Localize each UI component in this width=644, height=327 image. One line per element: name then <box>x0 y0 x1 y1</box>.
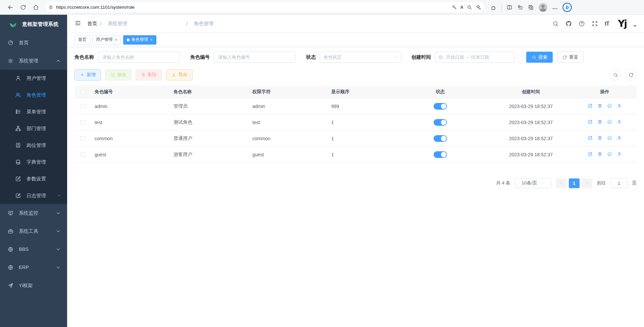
read-aloud-icon[interactable]: A <box>460 5 463 10</box>
row-edit-icon[interactable] <box>588 103 593 109</box>
total-count-label: 共 4 条 <box>496 180 510 186</box>
sidebar-item-system-tools[interactable]: 系统工具 <box>0 222 67 240</box>
fullscreen-icon[interactable] <box>592 20 598 27</box>
sidebar-item-role-management[interactable]: 角色管理 <box>0 87 67 103</box>
search-button[interactable]: 搜索 <box>526 52 553 63</box>
row-delete-icon[interactable] <box>597 103 602 109</box>
add-favorite-star-icon[interactable] <box>476 4 481 10</box>
tab-role-management[interactable]: 角色管理 × <box>123 35 157 45</box>
sidebar-item-dictionary-management[interactable]: 字典管理 <box>0 154 67 170</box>
row-assign-user-icon[interactable] <box>617 119 622 125</box>
goto-label: 前往 <box>597 180 606 186</box>
tab-user-management[interactable]: 用户管理 × <box>92 35 121 45</box>
delete-button[interactable]: 删除 <box>136 69 162 80</box>
row-permission-icon[interactable] <box>607 119 612 125</box>
chevron-right-icon <box>585 181 589 185</box>
browser-more-icon[interactable]: … <box>552 4 558 11</box>
sidebar-item-yi-framework[interactable]: Yi框架 <box>0 276 67 294</box>
sidebar-item-home[interactable]: 首页 <box>0 34 67 52</box>
status-toggle[interactable] <box>434 119 447 126</box>
row-assign-user-icon[interactable] <box>617 103 622 109</box>
sidebar-item-user-management[interactable]: 用户管理 <box>0 70 67 87</box>
row-delete-icon[interactable] <box>597 135 602 142</box>
header-search-icon[interactable] <box>552 20 559 27</box>
row-checkbox[interactable] <box>81 152 85 157</box>
goto-page-input[interactable] <box>611 178 628 188</box>
split-screen-icon[interactable] <box>506 4 512 10</box>
edit-button[interactable]: 修改 <box>105 69 132 80</box>
date-range-picker[interactable]: 开始日期 - 结束日期 <box>435 52 515 63</box>
prev-page-button[interactable] <box>556 178 567 188</box>
sidebar-item-bbs[interactable]: BBS <box>0 240 67 258</box>
sidebar-item-department-management[interactable]: 部门管理 <box>0 120 67 137</box>
row-checkbox[interactable] <box>81 136 85 141</box>
browser-back-button[interactable] <box>5 2 16 13</box>
created-time-label: 创建时间 <box>411 54 431 60</box>
help-icon[interactable] <box>579 20 585 27</box>
password-key-icon[interactable] <box>452 5 457 10</box>
sidebar-item-system-monitor[interactable]: 系统监控 <box>0 204 67 222</box>
row-delete-icon[interactable] <box>597 119 602 125</box>
extensions-icon[interactable] <box>491 4 497 10</box>
sidebar-item-label: 系统管理 <box>19 58 38 64</box>
row-delete-icon[interactable] <box>597 152 602 158</box>
github-icon[interactable] <box>565 20 572 27</box>
date-start-placeholder[interactable]: 开始日期 <box>446 54 464 60</box>
page-number-button[interactable]: 1 <box>569 178 580 188</box>
globe-icon <box>8 247 13 252</box>
cell-role-code: admin <box>91 104 170 109</box>
browser-profile-avatar[interactable] <box>539 3 547 12</box>
reset-button[interactable]: 重置 <box>557 52 584 63</box>
role-name-input[interactable] <box>98 52 180 63</box>
role-code-input[interactable] <box>214 52 295 63</box>
sidebar-item-log-management[interactable]: 日志管理 <box>0 187 67 204</box>
row-permission-icon[interactable] <box>607 152 612 158</box>
collections-icon[interactable] <box>528 4 534 10</box>
row-edit-icon[interactable] <box>588 119 593 125</box>
refresh-table-button[interactable] <box>625 69 637 80</box>
copilot-icon[interactable]: b <box>562 3 572 12</box>
add-button-label: 新增 <box>87 72 96 78</box>
row-checkbox[interactable] <box>81 120 85 125</box>
text-size-icon[interactable]: tT <box>605 21 609 27</box>
page-size-select[interactable]: 10条/页 <box>515 178 551 188</box>
breadcrumb-home[interactable]: 首页 <box>87 20 97 27</box>
close-icon[interactable]: × <box>115 37 117 42</box>
date-end-placeholder[interactable]: 结束日期 <box>471 54 489 60</box>
row-permission-icon[interactable] <box>607 103 612 109</box>
url-text[interactable]: https://ccnetcore.com:1101/system/role <box>56 5 452 10</box>
sidebar-collapse-icon[interactable] <box>75 20 81 28</box>
sidebar-item-menu-management[interactable]: 菜单管理 <box>0 103 67 120</box>
caret-down-icon[interactable] <box>633 25 637 27</box>
row-edit-icon[interactable] <box>588 135 593 142</box>
zoom-out-icon[interactable] <box>467 5 472 10</box>
sidebar-item-parameter-settings[interactable]: 参数设置 <box>0 170 67 187</box>
status-select[interactable]: 角色状态 <box>320 52 401 63</box>
status-toggle[interactable] <box>434 103 447 110</box>
select-all-checkbox[interactable] <box>81 90 85 94</box>
sidebar-item-system-management[interactable]: 系统管理 <box>0 52 67 70</box>
sidebar-item-post-management[interactable]: 岗位管理 <box>0 137 67 154</box>
browser-home-button[interactable] <box>30 2 42 13</box>
add-button[interactable]: 新增 <box>75 69 101 80</box>
page-size-value: 10条/页 <box>522 180 537 186</box>
row-assign-user-icon[interactable] <box>617 152 622 158</box>
next-page-button[interactable] <box>582 178 592 188</box>
row-edit-icon[interactable] <box>588 152 593 158</box>
toggle-search-button[interactable] <box>610 69 621 80</box>
row-checkbox[interactable] <box>81 104 85 109</box>
row-permission-icon[interactable] <box>607 135 612 142</box>
user-logo[interactable]: Yj <box>618 18 627 29</box>
sidebar-item-label: 菜单管理 <box>27 109 46 115</box>
sidebar-item-erp[interactable]: ERP <box>0 258 67 276</box>
favorites-icon[interactable] <box>517 4 523 10</box>
export-button[interactable]: 导出 <box>166 69 193 80</box>
close-icon[interactable]: × <box>150 37 153 42</box>
status-toggle[interactable] <box>434 151 447 158</box>
browser-refresh-button[interactable] <box>17 2 29 13</box>
address-bar[interactable]: https://ccnetcore.com:1101/system/role A <box>45 2 485 13</box>
tab-home[interactable]: 首页 <box>75 35 90 45</box>
status-toggle[interactable] <box>434 135 447 142</box>
breadcrumb-system[interactable]: 系统管理 <box>104 20 183 27</box>
row-assign-user-icon[interactable] <box>617 135 622 142</box>
